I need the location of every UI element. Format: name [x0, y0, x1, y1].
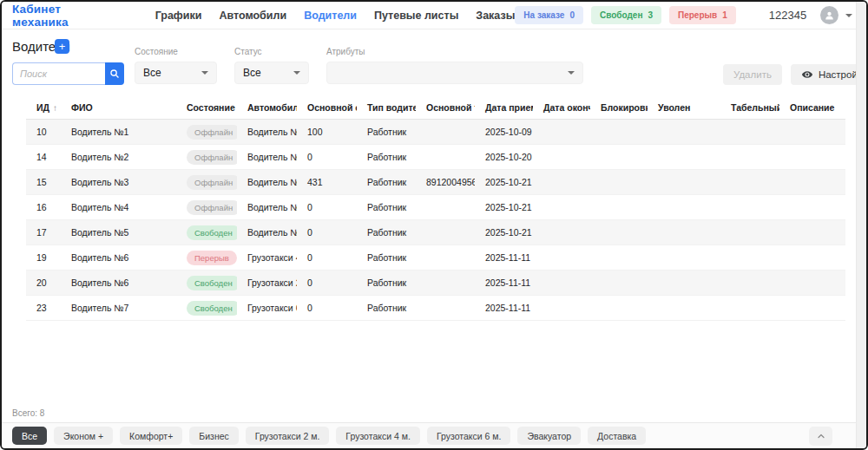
- vehicle-class-chips: ВсеЭконом +Комфорт+БизнесГрузотакси 2 м.…: [12, 427, 646, 445]
- cell-id: 20: [26, 271, 61, 296]
- table-row[interactable]: 23Водитель №7СвободенГрузотакси 6…0Работ…: [26, 296, 845, 321]
- add-driver-button[interactable]: +: [55, 39, 69, 54]
- table-row[interactable]: 15Водитель №3ОффлайнВодитель №3…431Работ…: [26, 170, 845, 195]
- cell-car: Грузотакси 6…: [237, 296, 297, 321]
- user-id: 122345: [769, 9, 806, 22]
- cell-phone: [416, 145, 475, 170]
- sort-asc-icon: ↑: [53, 103, 57, 113]
- cell-block: [590, 145, 648, 170]
- status-badge: Перерыв1: [669, 6, 736, 24]
- cell-type: Работник: [357, 245, 416, 271]
- cell-id: 17: [26, 220, 61, 245]
- vehicle-class-chip[interactable]: Доставка: [588, 427, 646, 445]
- table-row[interactable]: 20Водитель №6СвободенГрузотакси 2…0Работ…: [26, 271, 845, 296]
- nav-item[interactable]: Водители: [304, 10, 357, 22]
- cell-ended: [533, 245, 590, 271]
- cell-ended: [533, 296, 590, 321]
- column-header[interactable]: Табельный …: [720, 97, 779, 120]
- state-badge: Свободен: [187, 301, 237, 316]
- delete-button[interactable]: Удалить: [723, 64, 782, 85]
- cell-fio: Водитель №1: [61, 120, 176, 145]
- filter-select[interactable]: Все: [234, 62, 309, 84]
- table-header-row: ИД↑ФИОСостояниеАвтомобильОсновной сч…Тип…: [26, 97, 845, 120]
- app-title: Кабинет механика: [12, 3, 69, 29]
- cell-type: Работник: [357, 195, 416, 220]
- column-header[interactable]: ФИО: [61, 97, 176, 120]
- table-row[interactable]: 16Водитель №4ОффлайнВодитель №4…0Работни…: [26, 195, 845, 220]
- cell-account: 0: [297, 271, 357, 296]
- nav-item[interactable]: Автомобили: [219, 10, 286, 22]
- collapse-bar-button[interactable]: [809, 427, 832, 446]
- vehicle-class-chip[interactable]: Грузотакси 2 м.: [246, 427, 330, 445]
- cell-block: [590, 170, 648, 195]
- cell-ended: [533, 120, 590, 145]
- cell-account: 100: [297, 120, 357, 145]
- state-badge: Свободен: [187, 276, 237, 290]
- column-header[interactable]: Тип водителя: [357, 97, 416, 120]
- filter-select[interactable]: [326, 62, 583, 84]
- avatar[interactable]: [820, 6, 838, 24]
- status-badge-count: 3: [648, 10, 653, 20]
- cell-type: Работник: [357, 170, 416, 195]
- vehicle-class-chip[interactable]: Грузотакси 6 м.: [427, 427, 511, 445]
- status-badges: На заказе0Свободен3Перерыв1: [515, 6, 735, 24]
- column-header[interactable]: Дата прием…: [475, 97, 533, 120]
- filter-value: Все: [143, 67, 194, 79]
- cell-fio: Водитель №4: [61, 195, 176, 220]
- column-header[interactable]: Основной сч…: [297, 97, 357, 120]
- vehicle-class-chip[interactable]: Грузотакси 4 м.: [336, 427, 420, 445]
- table-row[interactable]: 14Водитель №2ОффлайнВодитель №2…0Работни…: [26, 145, 845, 170]
- column-header[interactable]: ИД↑: [26, 97, 61, 120]
- cell-fired: [648, 271, 720, 296]
- cell-desc: [779, 145, 845, 170]
- column-header[interactable]: Дата оконча…: [533, 97, 590, 120]
- table-row[interactable]: 19Водитель №6ПерерывГрузотакси 4…0Работн…: [26, 245, 845, 271]
- table-row[interactable]: 10Водитель №1ОффлайнВодитель №1…100Работ…: [26, 120, 845, 145]
- cell-state: Оффлайн: [176, 145, 237, 170]
- vehicle-class-chip[interactable]: Эвакуатор: [517, 427, 581, 445]
- column-header[interactable]: Блокировка: [590, 97, 648, 120]
- cell-state: Оффлайн: [176, 120, 237, 145]
- eye-icon: [801, 68, 813, 81]
- total-count: Всего: 8: [12, 408, 44, 418]
- filter-select[interactable]: Все: [135, 62, 217, 84]
- cell-state: Свободен: [176, 271, 237, 296]
- cell-phone: [416, 296, 475, 321]
- cell-ended: [533, 195, 590, 220]
- column-header[interactable]: Уволен: [648, 97, 720, 120]
- search-input[interactable]: [12, 62, 105, 85]
- vehicle-class-chip[interactable]: Бизнес: [189, 427, 238, 445]
- cell-fired: [648, 170, 720, 195]
- column-header[interactable]: Основной те…: [416, 97, 475, 120]
- search-group: [12, 62, 124, 85]
- cell-phone: [416, 271, 475, 296]
- cell-car: Водитель №1…: [237, 120, 297, 145]
- vehicle-class-chip[interactable]: Эконом +: [54, 427, 113, 445]
- filter-label: Состояние: [135, 47, 217, 56]
- nav-item[interactable]: Графики: [155, 10, 202, 22]
- nav-item[interactable]: Заказы: [476, 10, 515, 22]
- vehicle-class-chip[interactable]: Комфорт+: [120, 427, 182, 445]
- cell-phone: [416, 120, 475, 145]
- scrollbar-track[interactable]: [856, 2, 866, 448]
- cell-car: Водитель №3…: [237, 170, 297, 195]
- cell-desc: [779, 195, 845, 220]
- column-header[interactable]: Состояние: [176, 97, 237, 120]
- vehicle-class-chip[interactable]: Все: [12, 427, 47, 445]
- table-row[interactable]: 17Водитель №5СвободенВодитель №5…0Работн…: [26, 220, 845, 245]
- cell-fired: [648, 245, 720, 271]
- cell-desc: [779, 271, 845, 296]
- column-header[interactable]: Описание: [779, 97, 845, 120]
- nav-item[interactable]: Путевые листы: [374, 10, 458, 22]
- drivers-table: ИД↑ФИОСостояниеАвтомобильОсновной сч…Тип…: [26, 97, 845, 321]
- cell-tab: [720, 145, 779, 170]
- state-badge: Оффлайн: [187, 200, 237, 215]
- state-badge: Оффлайн: [187, 125, 237, 140]
- cell-car: Грузотакси 4…: [237, 245, 297, 271]
- cell-ended: [533, 145, 590, 170]
- column-header[interactable]: Автомобиль: [237, 97, 297, 120]
- cell-id: 23: [26, 296, 61, 321]
- search-button[interactable]: [105, 62, 124, 85]
- cell-car: Водитель №5…: [237, 220, 297, 245]
- user-menu-caret-icon[interactable]: [845, 14, 852, 17]
